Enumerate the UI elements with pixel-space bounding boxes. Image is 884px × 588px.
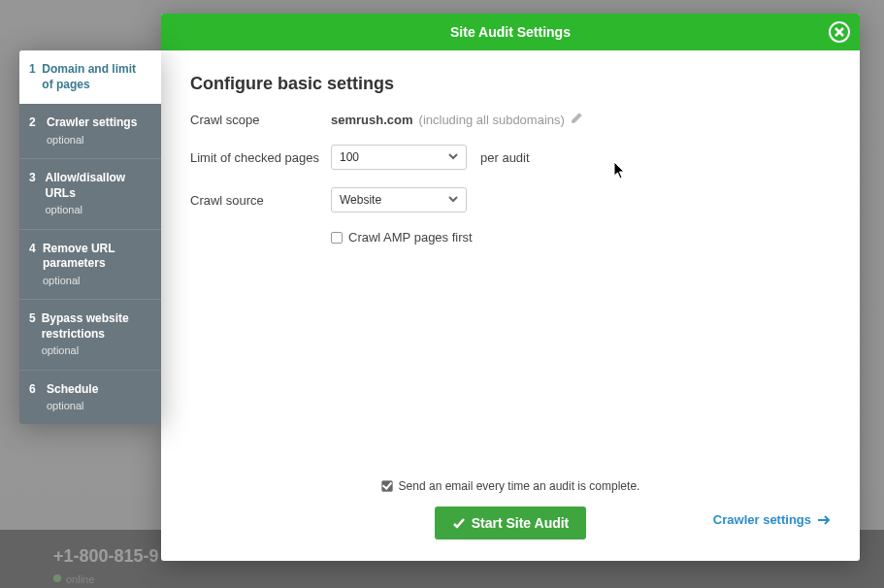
- step-number: 1: [29, 62, 42, 92]
- step-number: 3: [29, 171, 45, 216]
- wizard-step-5[interactable]: 5 Bypass website restrictions optional: [19, 300, 161, 370]
- site-audit-settings-modal: Site Audit Settings Configure basic sett…: [161, 14, 860, 561]
- limit-pages-value: 100: [340, 150, 359, 164]
- wizard-step-2[interactable]: 2 Crawler settings optional: [19, 104, 161, 159]
- start-site-audit-button[interactable]: Start Site Audit: [435, 506, 587, 539]
- check-icon: [452, 516, 466, 530]
- modal-title: Site Audit Settings: [450, 24, 571, 40]
- wizard-step-1[interactable]: 1 Domain and limit of pages: [19, 50, 161, 104]
- limit-pages-suffix: per audit: [480, 150, 530, 165]
- wizard-step-6[interactable]: 6 Schedule optional: [19, 371, 161, 425]
- modal-header: Site Audit Settings: [161, 14, 860, 50]
- email-notify-checkbox[interactable]: [381, 480, 393, 492]
- crawl-scope-subtext: (including all subdomains): [419, 113, 565, 127]
- step-title: Crawler settings: [47, 115, 137, 131]
- email-notify-label: Send an email every time an audit is com…: [399, 479, 640, 493]
- step-number: 6: [29, 382, 47, 413]
- wizard-step-3[interactable]: 3 Allow/disallow URLs optional: [19, 159, 161, 229]
- next-link-label: Crawler settings: [713, 512, 811, 527]
- step-optional: optional: [45, 203, 149, 216]
- crawl-scope-label: Crawl scope: [190, 113, 331, 127]
- crawl-amp-label: Crawl AMP pages first: [348, 230, 473, 245]
- crawl-scope-row: Crawl scope semrush.com (including all s…: [190, 112, 831, 127]
- step-number: 4: [29, 242, 43, 287]
- chevron-down-icon: [448, 150, 458, 164]
- start-button-label: Start Site Audit: [472, 515, 570, 531]
- step-title: Allow/disallow URLs: [45, 171, 149, 201]
- pencil-icon: [571, 112, 583, 124]
- modal-footer: Send an email every time an audit is com…: [161, 464, 860, 561]
- modal-actions: Start Site Audit Crawler settings: [190, 506, 831, 539]
- chevron-down-icon: [448, 193, 458, 207]
- modal-body: Configure basic settings Crawl scope sem…: [161, 50, 860, 464]
- step-optional: optional: [43, 274, 149, 287]
- crawl-source-label: Crawl source: [190, 193, 331, 208]
- edit-scope-button[interactable]: [571, 112, 583, 127]
- section-title: Configure basic settings: [190, 74, 831, 94]
- limit-pages-row: Limit of checked pages 100 per audit: [190, 145, 831, 170]
- crawl-amp-row: Crawl AMP pages first: [331, 230, 831, 245]
- limit-pages-select[interactable]: 100: [331, 145, 467, 170]
- step-title: Schedule: [47, 382, 98, 398]
- step-title: Domain and limit of pages: [42, 62, 149, 92]
- arrow-right-icon: [817, 515, 831, 525]
- limit-pages-label: Limit of checked pages: [190, 150, 331, 165]
- step-title: Bypass website restrictions: [42, 311, 149, 342]
- step-optional: optional: [42, 343, 149, 357]
- close-icon: [835, 27, 844, 37]
- step-title: Remove URL parameters: [43, 242, 149, 272]
- crawl-source-row: Crawl source Website: [190, 187, 831, 212]
- step-number: 5: [29, 311, 42, 357]
- wizard-step-4[interactable]: 4 Remove URL parameters optional: [19, 230, 161, 300]
- crawl-amp-checkbox[interactable]: [331, 232, 343, 244]
- wizard-steps: 1 Domain and limit of pages 2 Crawler se…: [19, 50, 161, 424]
- close-button[interactable]: [829, 21, 850, 43]
- crawler-settings-link[interactable]: Crawler settings: [713, 512, 831, 527]
- step-number: 2: [29, 115, 47, 147]
- step-optional: optional: [47, 133, 137, 147]
- crawl-source-select[interactable]: Website: [331, 187, 467, 212]
- email-notify-row: Send an email every time an audit is com…: [190, 479, 831, 493]
- step-optional: optional: [47, 399, 98, 412]
- crawl-source-value: Website: [340, 193, 381, 207]
- crawl-scope-domain: semrush.com: [331, 113, 413, 127]
